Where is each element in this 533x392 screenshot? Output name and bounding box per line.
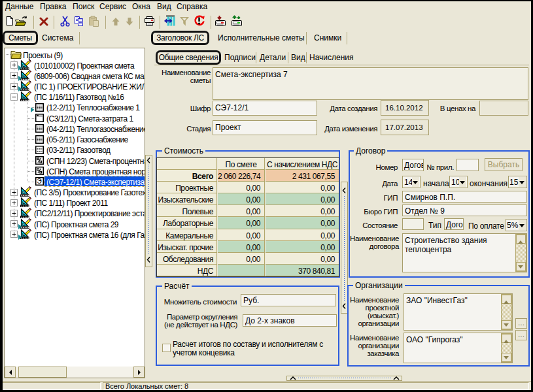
svg-text:Э: Э	[37, 178, 41, 185]
